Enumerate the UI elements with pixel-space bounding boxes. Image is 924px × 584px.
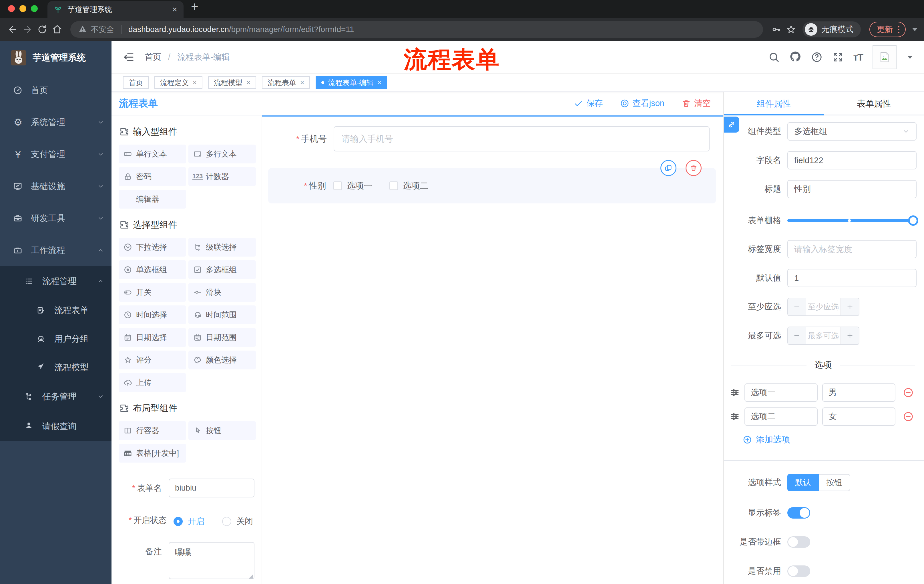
form-remark-textarea[interactable]: 嘿嘿 — [169, 542, 254, 579]
component-item-date-range[interactable]: 日期范围 — [188, 328, 256, 347]
component-item-radio-group[interactable]: 单选框组 — [119, 260, 186, 279]
status-off-label[interactable]: 关闭 — [236, 516, 253, 527]
sidebar-item-task-management[interactable]: 任务管理 — [0, 382, 112, 411]
fullscreen-icon[interactable] — [832, 51, 844, 63]
stepper-plus-button[interactable] — [840, 327, 859, 344]
browser-update-button[interactable]: 更新 — [870, 22, 906, 37]
sidebar-item-process-model[interactable]: 流程模型 — [0, 353, 112, 382]
canvas-field-phone[interactable]: *手机号 请输入手机号 — [270, 126, 710, 151]
drag-handle-icon[interactable] — [729, 411, 740, 422]
component-item-time-range[interactable]: 时间范围 — [188, 306, 256, 324]
component-item-checkbox-group[interactable]: 多选框组 — [188, 260, 256, 279]
data-binding-link-button[interactable] — [724, 117, 739, 133]
stepper-minus-button[interactable] — [788, 327, 806, 344]
forward-icon[interactable] — [21, 23, 34, 36]
search-icon[interactable] — [768, 51, 780, 63]
slider-thumb[interactable] — [908, 216, 918, 226]
sidebar-item-process-form[interactable]: 流程表单 — [0, 296, 112, 324]
add-option-button[interactable]: 添加选项 — [743, 434, 917, 446]
gender-option2-checkbox[interactable] — [389, 181, 398, 190]
password-key-icon[interactable] — [770, 23, 782, 36]
component-item-button[interactable]: 按钮 — [188, 421, 256, 440]
border-toggle[interactable] — [787, 536, 810, 548]
bookmark-star-icon[interactable] — [785, 23, 797, 36]
tag-process-form-edit[interactable]: 流程表单-编辑× — [316, 76, 387, 89]
component-item-switch[interactable]: 开关 — [119, 283, 186, 302]
component-item-upload[interactable]: 上传 — [119, 373, 186, 392]
avatar-dropdown-caret-icon[interactable] — [908, 56, 912, 59]
address-bar[interactable]: 不安全 dashboard.yudao.iocoder.cn/bpm/manag… — [70, 21, 763, 38]
minimize-window-button[interactable] — [20, 5, 26, 12]
breadcrumb-home[interactable]: 首页 — [145, 52, 161, 61]
tab-close-icon[interactable]: × — [172, 5, 177, 14]
tag-close-icon[interactable]: × — [193, 79, 197, 87]
collapse-menu-icon[interactable] — [123, 51, 134, 63]
sidebar-item-devtools[interactable]: 研发工具 — [0, 202, 112, 234]
copy-component-button[interactable] — [660, 160, 676, 176]
sidebar-item-payment[interactable]: ¥ 支付管理 — [0, 138, 112, 170]
option2-value-input[interactable] — [822, 408, 895, 426]
tag-process-form[interactable]: 流程表单× — [262, 76, 310, 89]
show-label-toggle[interactable] — [787, 507, 810, 518]
label-width-input[interactable] — [787, 240, 917, 258]
stepper-minus-button[interactable] — [788, 298, 806, 316]
option2-label-input[interactable] — [744, 408, 818, 426]
help-icon[interactable] — [811, 51, 823, 63]
view-json-button[interactable]: 查看json — [620, 98, 664, 109]
save-button[interactable]: 保存 — [574, 98, 603, 109]
sidebar-item-home[interactable]: 首页 — [0, 74, 112, 106]
home-icon[interactable] — [51, 23, 63, 36]
component-item-select[interactable]: 下拉选择 — [119, 238, 186, 257]
sidebar-item-infrastructure[interactable]: 基础设施 — [0, 170, 112, 202]
back-icon[interactable] — [6, 23, 19, 36]
disabled-toggle[interactable] — [787, 566, 810, 577]
sidebar-item-leave-query[interactable]: 请假查询 — [0, 411, 112, 441]
browser-menu-icon[interactable] — [898, 26, 899, 33]
form-name-input[interactable] — [169, 479, 254, 497]
component-item-password[interactable]: 密码 — [119, 167, 186, 186]
maximize-window-button[interactable] — [31, 5, 38, 12]
option1-value-input[interactable] — [822, 383, 895, 402]
remove-option-button[interactable] — [903, 411, 914, 422]
canvas-field-gender-selected[interactable]: *性别 选项一 选项二 — [268, 168, 716, 204]
form-canvas[interactable]: *手机号 请输入手机号 *性别 选项一 — [262, 115, 723, 584]
form-grid-slider[interactable] — [787, 216, 917, 226]
title-input[interactable] — [787, 180, 917, 198]
component-type-select[interactable]: 多选框组 — [787, 122, 917, 141]
window-controls[interactable] — [8, 5, 38, 12]
component-item-color-picker[interactable]: 颜色选择 — [188, 350, 256, 369]
tag-process-model[interactable]: 流程模型× — [208, 76, 256, 89]
style-default-button[interactable]: 默认 — [787, 474, 819, 491]
github-icon[interactable] — [789, 51, 801, 64]
min-select-input[interactable] — [806, 298, 840, 316]
component-item-table[interactable]: 表格[开发中] — [119, 444, 186, 462]
textarea-resize-handle[interactable] — [249, 574, 253, 579]
style-button-button[interactable]: 按钮 — [819, 474, 850, 491]
sidebar-item-user-group[interactable]: 用户分组 — [0, 324, 112, 353]
tag-close-icon[interactable]: × — [300, 79, 304, 87]
sidebar-item-system[interactable]: ⚙ 系统管理 — [0, 106, 112, 138]
tag-close-icon[interactable]: × — [246, 79, 251, 87]
sidebar-item-workflow[interactable]: 工作流程 — [0, 234, 112, 266]
delete-component-button[interactable] — [686, 160, 701, 176]
close-window-button[interactable] — [8, 5, 15, 12]
gender-option2-label[interactable]: 选项二 — [403, 180, 428, 192]
phone-field-input[interactable]: 请输入手机号 — [333, 126, 710, 151]
component-item-textarea[interactable]: 多行文本 — [188, 145, 256, 163]
status-on-radio[interactable] — [173, 517, 183, 526]
avatar[interactable] — [873, 45, 896, 69]
default-value-input[interactable] — [787, 269, 917, 287]
option1-label-input[interactable] — [744, 383, 818, 402]
tab-component-props[interactable]: 组件属性 — [724, 92, 824, 115]
component-item-editor[interactable]: 编辑器 — [119, 190, 186, 209]
browser-tab[interactable]: 芋道管理系统 × — [48, 1, 183, 18]
reload-icon[interactable] — [36, 23, 49, 36]
gender-option1-label[interactable]: 选项一 — [346, 180, 372, 192]
slider-track[interactable] — [787, 219, 917, 222]
component-item-rate[interactable]: 评分 — [119, 350, 186, 369]
drag-handle-icon[interactable] — [729, 387, 740, 398]
field-name-input[interactable] — [787, 151, 917, 169]
clear-button[interactable]: 清空 — [681, 98, 711, 109]
tab-form-props[interactable]: 表单属性 — [824, 92, 924, 115]
status-on-label[interactable]: 开启 — [188, 516, 205, 527]
